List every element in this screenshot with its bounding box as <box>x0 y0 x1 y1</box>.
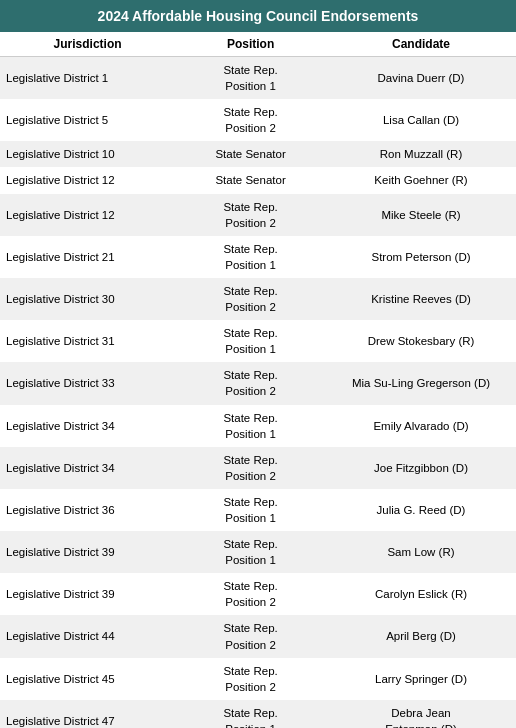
cell-candidate: Mike Steele (R) <box>326 194 516 236</box>
cell-jurisdiction: Legislative District 30 <box>0 278 175 320</box>
table-row: Legislative District 36State Rep. Positi… <box>0 489 516 531</box>
cell-candidate: Kristine Reeves (D) <box>326 278 516 320</box>
cell-position: State Rep. Position 2 <box>175 362 326 404</box>
cell-jurisdiction: Legislative District 47 <box>0 700 175 728</box>
cell-candidate: April Berg (D) <box>326 615 516 657</box>
cell-jurisdiction: Legislative District 21 <box>0 236 175 278</box>
table-row: Legislative District 39State Rep. Positi… <box>0 573 516 615</box>
cell-position: State Rep. Position 1 <box>175 531 326 573</box>
table-row: Legislative District 31State Rep. Positi… <box>0 320 516 362</box>
page-title: 2024 Affordable Housing Council Endorsem… <box>98 8 419 24</box>
table-row: Legislative District 39State Rep. Positi… <box>0 531 516 573</box>
cell-candidate: Keith Goehner (R) <box>326 167 516 193</box>
cell-jurisdiction: Legislative District 5 <box>0 99 175 141</box>
header-jurisdiction: Jurisdiction <box>0 32 175 57</box>
cell-jurisdiction: Legislative District 45 <box>0 658 175 700</box>
cell-candidate: Davina Duerr (D) <box>326 57 516 100</box>
cell-position: State Rep. Position 1 <box>175 700 326 728</box>
table-row: Legislative District 10State SenatorRon … <box>0 141 516 167</box>
table-row: Legislative District 1State Rep. Positio… <box>0 57 516 100</box>
cell-candidate: Mia Su-Ling Gregerson (D) <box>326 362 516 404</box>
cell-position: State Rep. Position 2 <box>175 658 326 700</box>
table-header-row: Jurisdiction Position Candidate <box>0 32 516 57</box>
cell-candidate: Lisa Callan (D) <box>326 99 516 141</box>
cell-jurisdiction: Legislative District 33 <box>0 362 175 404</box>
cell-candidate: Julia G. Reed (D) <box>326 489 516 531</box>
cell-position: State Senator <box>175 141 326 167</box>
cell-jurisdiction: Legislative District 39 <box>0 573 175 615</box>
table-row: Legislative District 34State Rep. Positi… <box>0 447 516 489</box>
cell-position: State Rep. Position 1 <box>175 405 326 447</box>
cell-jurisdiction: Legislative District 39 <box>0 531 175 573</box>
cell-position: State Rep. Position 1 <box>175 320 326 362</box>
table-row: Legislative District 5State Rep. Positio… <box>0 99 516 141</box>
cell-position: State Rep. Position 1 <box>175 489 326 531</box>
table-row: Legislative District 12State Rep. Positi… <box>0 194 516 236</box>
table-row: Legislative District 30State Rep. Positi… <box>0 278 516 320</box>
cell-jurisdiction: Legislative District 31 <box>0 320 175 362</box>
cell-position: State Rep. Position 2 <box>175 194 326 236</box>
header-candidate: Candidate <box>326 32 516 57</box>
table-row: Legislative District 45State Rep. Positi… <box>0 658 516 700</box>
table-row: Legislative District 47State Rep. Positi… <box>0 700 516 728</box>
cell-candidate: Drew Stokesbary (R) <box>326 320 516 362</box>
endorsements-table: Jurisdiction Position Candidate Legislat… <box>0 32 516 728</box>
header-position: Position <box>175 32 326 57</box>
table-row: Legislative District 44State Rep. Positi… <box>0 615 516 657</box>
cell-candidate: Joe Fitzgibbon (D) <box>326 447 516 489</box>
cell-position: State Rep. Position 1 <box>175 236 326 278</box>
cell-candidate: Debra Jean Entenman (D) <box>326 700 516 728</box>
cell-position: State Senator <box>175 167 326 193</box>
title-bar: 2024 Affordable Housing Council Endorsem… <box>0 0 516 32</box>
cell-position: State Rep. Position 2 <box>175 573 326 615</box>
cell-candidate: Emily Alvarado (D) <box>326 405 516 447</box>
cell-position: State Rep. Position 2 <box>175 447 326 489</box>
cell-position: State Rep. Position 1 <box>175 57 326 100</box>
cell-candidate: Ron Muzzall (R) <box>326 141 516 167</box>
cell-candidate: Carolyn Eslick (R) <box>326 573 516 615</box>
cell-position: State Rep. Position 2 <box>175 615 326 657</box>
cell-jurisdiction: Legislative District 12 <box>0 194 175 236</box>
cell-jurisdiction: Legislative District 34 <box>0 447 175 489</box>
cell-position: State Rep. Position 2 <box>175 99 326 141</box>
cell-position: State Rep. Position 2 <box>175 278 326 320</box>
cell-jurisdiction: Legislative District 36 <box>0 489 175 531</box>
cell-jurisdiction: Legislative District 12 <box>0 167 175 193</box>
cell-candidate: Strom Peterson (D) <box>326 236 516 278</box>
table-row: Legislative District 12State SenatorKeit… <box>0 167 516 193</box>
cell-candidate: Sam Low (R) <box>326 531 516 573</box>
cell-jurisdiction: Legislative District 44 <box>0 615 175 657</box>
cell-jurisdiction: Legislative District 34 <box>0 405 175 447</box>
cell-jurisdiction: Legislative District 1 <box>0 57 175 100</box>
cell-candidate: Larry Springer (D) <box>326 658 516 700</box>
table-row: Legislative District 34State Rep. Positi… <box>0 405 516 447</box>
cell-jurisdiction: Legislative District 10 <box>0 141 175 167</box>
table-row: Legislative District 21State Rep. Positi… <box>0 236 516 278</box>
table-row: Legislative District 33State Rep. Positi… <box>0 362 516 404</box>
